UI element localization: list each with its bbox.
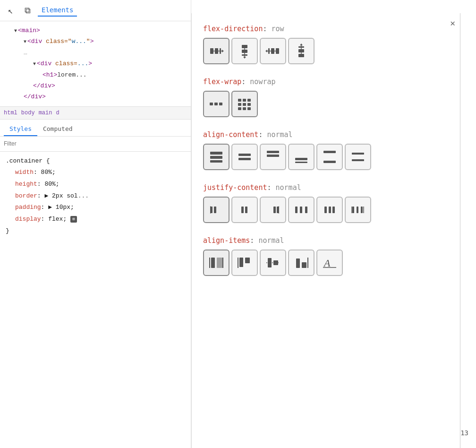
align-items-label: align-items: normal (203, 236, 449, 245)
svg-rect-30 (243, 107, 246, 110)
justify-content-buttons (203, 197, 449, 223)
svg-rect-26 (238, 103, 241, 106)
svg-rect-28 (247, 103, 251, 106)
flex-direction-column-button[interactable] (231, 38, 258, 64)
tree-line: </div> (0, 91, 191, 102)
breadcrumb-html[interactable]: html (4, 110, 17, 116)
align-content-center-button[interactable] (231, 144, 258, 170)
css-prop-display[interactable]: display: flex; ⊞ (6, 214, 185, 225)
justify-content-space-between-button[interactable] (288, 197, 314, 223)
tree-line[interactable]: ▼<div class="w..."> (0, 36, 191, 47)
justify-content-space-evenly-button[interactable] (345, 197, 371, 223)
flex-badge-icon[interactable]: ⊞ (70, 216, 77, 223)
justify-content-center-button[interactable] (231, 197, 258, 223)
filter-input[interactable] (4, 140, 187, 147)
align-items-flex-end-button[interactable] (288, 250, 314, 276)
align-content-section: align-content: normal (203, 130, 449, 170)
svg-rect-37 (267, 151, 279, 153)
flex-wrap-nowrap-button[interactable] (203, 91, 230, 117)
svg-rect-49 (245, 207, 247, 213)
svg-rect-50 (273, 207, 276, 213)
align-items-buttons: A (203, 250, 449, 276)
justify-content-section: justify-content: normal (203, 183, 449, 223)
svg-rect-42 (323, 161, 336, 163)
svg-rect-32 (210, 152, 222, 155)
align-content-label: align-content: normal (203, 130, 449, 139)
align-items-flex-start-button[interactable] (231, 250, 258, 276)
svg-rect-23 (238, 99, 241, 102)
svg-rect-39 (295, 158, 307, 160)
flex-direction-section: flex-direction: row (203, 25, 449, 64)
close-button[interactable]: ✕ (450, 18, 455, 28)
svg-marker-4 (222, 50, 224, 52)
breadcrumb-d[interactable]: d (56, 110, 59, 116)
svg-rect-43 (352, 153, 364, 155)
flex-wrap-label: flex-wrap: nowrap (203, 78, 449, 86)
align-items-center-button[interactable] (260, 250, 286, 276)
svg-marker-19 (300, 43, 303, 45)
flex-wrap-section: flex-wrap: nowrap (203, 78, 449, 117)
css-prop-width[interactable]: width: 80%; (6, 167, 185, 179)
tree-line: </div> (0, 80, 191, 91)
tab-elements[interactable]: Elements (38, 4, 77, 17)
flex-direction-row-reverse-button[interactable] (260, 38, 286, 64)
tree-line[interactable]: ▼<main> (0, 25, 191, 36)
svg-rect-60 (332, 207, 335, 213)
align-items-baseline-button[interactable]: A (316, 250, 343, 276)
css-prop-height[interactable]: height: 80%; (6, 179, 185, 190)
cursor-tool-icon[interactable]: ↖ (4, 4, 17, 17)
flex-direction-label: flex-direction: row (203, 25, 449, 33)
svg-rect-70 (239, 258, 243, 267)
svg-rect-44 (352, 159, 364, 161)
svg-rect-76 (296, 258, 300, 268)
tree-dots: … (0, 47, 191, 58)
tree-line[interactable]: <h1>lorem... (0, 69, 191, 80)
flex-direction-buttons (203, 38, 449, 64)
tree-line[interactable]: ▼<div class=...> (0, 58, 191, 69)
align-content-space-around-button[interactable] (345, 144, 371, 170)
align-content-flex-end-button[interactable] (288, 144, 314, 170)
css-selector: .container { (6, 155, 185, 167)
svg-rect-46 (214, 207, 216, 213)
svg-rect-20 (210, 103, 213, 105)
align-content-buttons (203, 144, 449, 170)
svg-rect-61 (352, 207, 354, 213)
svg-rect-58 (324, 207, 327, 213)
align-items-stretch-button[interactable] (203, 250, 230, 276)
svg-rect-25 (247, 99, 251, 102)
align-content-normal-button[interactable] (203, 144, 230, 170)
svg-rect-24 (243, 99, 246, 102)
flex-direction-row-button[interactable] (203, 38, 230, 64)
flex-wrap-buttons (203, 91, 449, 117)
svg-rect-48 (241, 207, 244, 213)
flex-direction-column-reverse-button[interactable] (288, 38, 314, 64)
align-content-flex-start-button[interactable] (260, 144, 286, 170)
flex-wrap-wrap-button[interactable] (231, 91, 258, 117)
svg-rect-35 (238, 154, 251, 156)
justify-content-space-around-button[interactable] (316, 197, 343, 223)
svg-rect-59 (329, 207, 331, 213)
svg-rect-36 (238, 158, 251, 160)
filter-bar (0, 137, 191, 152)
toolbar: ↖ ⧉ Elements (0, 0, 191, 21)
tab-computed[interactable]: Computed (37, 122, 78, 136)
justify-content-normal-button[interactable] (203, 197, 230, 223)
align-items-section: align-items: normal (203, 236, 449, 276)
devtools-left-panel: ↖ ⧉ Elements ▼<main> ▼<div class="w...">… (0, 0, 191, 448)
svg-rect-22 (219, 103, 222, 105)
svg-rect-71 (245, 258, 250, 263)
css-prop-padding[interactable]: padding: ▶ 10px; (6, 202, 185, 214)
svg-rect-33 (210, 156, 222, 159)
tab-styles[interactable]: Styles (4, 122, 37, 136)
svg-rect-34 (210, 160, 222, 163)
breadcrumb-body[interactable]: body (21, 110, 35, 116)
css-prop-border[interactable]: border: ▶ 2px sol... (6, 190, 185, 202)
justify-content-flex-end-button[interactable] (260, 197, 286, 223)
copy-tool-icon[interactable]: ⧉ (21, 4, 34, 17)
flex-editor-popup: ✕ flex-direction: row (191, 13, 460, 448)
page-number: 13 (460, 429, 468, 437)
breadcrumb: html body main d (0, 106, 191, 120)
svg-marker-14 (265, 50, 267, 52)
align-content-space-between-button[interactable] (316, 144, 343, 170)
breadcrumb-main[interactable]: main (39, 110, 52, 116)
